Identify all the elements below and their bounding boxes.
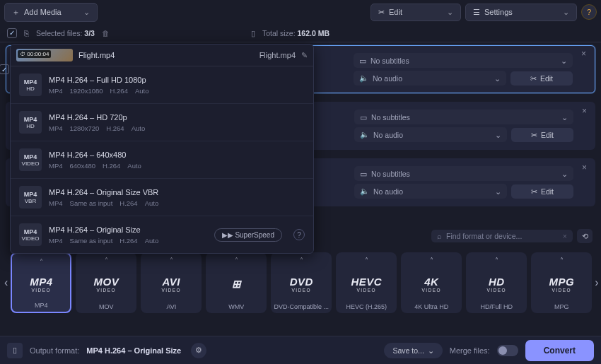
format-card-wmv[interactable]: ˄ ⊞ WMV — [206, 252, 267, 313]
file-name: Flight.mp4 — [78, 51, 115, 59]
duration-badge: ⏱ 00:00:04 — [18, 50, 51, 58]
format-logo: ⊞ — [232, 267, 242, 300]
format-label: HD/Full HD — [481, 303, 513, 313]
subtitles-select[interactable]: ▭ No subtitles ⌄ — [354, 166, 573, 181]
format-card-mp4[interactable]: ˄ MP4 VIDEO MP4 — [11, 252, 71, 313]
convert-button[interactable]: Convert — [525, 340, 594, 361]
preset-item[interactable]: MP4VIDEO MP4 H.264 – Original Size MP4Sa… — [11, 216, 313, 253]
format-logo: DVD VIDEO — [290, 267, 313, 300]
format-label: MPG — [554, 303, 569, 313]
scissors-icon: ✂ — [530, 74, 537, 83]
preset-dropdown: ⏱ 00:00:04 Flight.mp4 Flight.mp4 ✎ MP4HD… — [10, 44, 314, 254]
chevron-up-icon: ˄ — [430, 257, 433, 264]
audio-select[interactable]: 🔈 No audio ⌄ — [354, 71, 506, 86]
add-media-label: Add Media — [24, 8, 62, 16]
format-logo: 4K VIDEO — [421, 267, 441, 300]
scissors-icon: ✂ — [531, 187, 537, 196]
merge-files-toggle[interactable] — [497, 345, 518, 356]
format-label: WMV — [228, 303, 244, 313]
chevron-up-icon: ˄ — [40, 258, 43, 266]
speaker-icon: 🔈 — [359, 74, 368, 83]
format-card-hd-full-hd[interactable]: ˄ HD VIDEO HD/Full HD — [466, 252, 527, 313]
chevron-up-icon: ˄ — [235, 257, 238, 264]
output-format-value: MP4 H.264 – Original Size — [86, 346, 181, 355]
chevron-down-icon: ⌄ — [428, 346, 434, 355]
chevron-down-icon: ⌄ — [561, 57, 567, 65]
settings-menu-label: Settings — [484, 8, 513, 16]
audio-select[interactable]: 🔈 No audio ⌄ — [354, 184, 507, 199]
add-media-button[interactable]: ＋ Add Media ⌄ — [4, 3, 98, 22]
format-label: MP4 — [35, 302, 48, 312]
format-search-input[interactable]: ⌕ Find format or device... × — [431, 230, 573, 242]
trash-icon[interactable]: 🗑 — [102, 29, 110, 37]
superspeed-badge: ▶▶ SuperSpeed — [214, 228, 282, 242]
subtitles-value: No subtitles — [370, 57, 409, 65]
close-icon[interactable]: × — [579, 106, 590, 116]
speaker-icon: 🔈 — [360, 130, 369, 139]
format-logo: MOV VIDEO — [93, 267, 119, 300]
format-icon: MP4VIDEO — [19, 148, 42, 171]
format-card-hevc-h-265-[interactable]: ˄ HEVC VIDEO HEVC (H.265) — [336, 252, 397, 313]
chevron-up-icon: ˄ — [300, 257, 303, 264]
subtitles-select[interactable]: ▭ No subtitles ⌄ — [354, 110, 573, 124]
preset-title: MP4 H.264 – HD 720p — [49, 113, 305, 122]
format-card-dvd-compatible-[interactable]: ˄ DVD VIDEO DVD-Compatible ... — [271, 252, 332, 313]
save-to-button[interactable]: Save to... ⌄ — [384, 343, 442, 358]
preset-title: MP4 H.264 – Full HD 1080p — [49, 76, 305, 84]
help-button[interactable]: ? — [581, 4, 597, 20]
reset-icon: ⟲ — [582, 232, 588, 241]
close-icon[interactable]: × — [578, 49, 589, 59]
info-icon[interactable]: ? — [293, 229, 305, 240]
copy-icon: ⎘ — [24, 29, 29, 37]
output-settings-button[interactable]: ⚙ — [191, 343, 206, 358]
format-card-4k-ultra-hd[interactable]: ˄ 4K VIDEO 4K Ultra HD — [401, 252, 462, 313]
format-label: MOV — [99, 303, 114, 313]
help-icon: ? — [587, 8, 591, 16]
pencil-icon[interactable]: ✎ — [301, 51, 308, 60]
clear-icon[interactable]: × — [563, 232, 567, 240]
reset-filters-button[interactable]: ⟲ — [577, 229, 593, 243]
format-card-mov[interactable]: ˄ MOV VIDEO MOV — [76, 252, 136, 313]
format-logo: AVI VIDEO — [161, 267, 181, 300]
preset-meta: MP41920x1080H.264Auto — [49, 87, 305, 95]
edit-button[interactable]: ✂ Edit — [511, 184, 573, 199]
convert-label: Convert — [544, 346, 576, 356]
save-to-label: Save to... — [392, 346, 424, 355]
scroll-right-button[interactable]: › — [595, 254, 598, 311]
chevron-down-icon: ⌄ — [447, 8, 453, 17]
chevron-up-icon: ˄ — [495, 257, 498, 264]
chevron-up-icon: ˄ — [560, 257, 564, 264]
format-label: AVI — [166, 303, 176, 313]
speaker-icon: 🔈 — [360, 187, 369, 196]
preset-title: MP4 H.264 – 640x480 — [49, 151, 305, 159]
select-all-checkbox[interactable] — [7, 28, 17, 38]
preset-title: MP4 H.264 – Original Size VBR — [49, 188, 305, 196]
subtitles-select[interactable]: ▭ No subtitles ⌄ — [354, 53, 573, 68]
audio-select[interactable]: 🔈 No audio ⌄ — [354, 127, 507, 142]
format-logo: MPG VIDEO — [549, 267, 574, 300]
file-checkbox[interactable] — [0, 64, 9, 74]
preset-meta: MP41280x720H.264Auto — [49, 124, 305, 132]
format-card-avi[interactable]: ˄ AVI VIDEO AVI — [141, 252, 202, 313]
format-logo: HEVC VIDEO — [351, 267, 382, 300]
settings-menu-button[interactable]: ☰ Settings ⌄ — [465, 4, 577, 21]
chevron-up-icon: ˄ — [170, 257, 173, 264]
preset-item[interactable]: MP4VIDEO MP4 H.264 – 640x480 MP4640x480H… — [11, 141, 313, 179]
edit-button[interactable]: ✂ Edit — [511, 128, 573, 142]
format-icon: MP4VIDEO — [19, 223, 42, 246]
chevron-down-icon: ⌄ — [561, 170, 568, 178]
format-logo: MP4 VIDEO — [30, 269, 52, 299]
format-card-mpg[interactable]: ˄ MPG VIDEO MPG — [531, 252, 592, 313]
preset-meta: MP4640x480H.264Auto — [49, 162, 305, 170]
edit-menu-button[interactable]: ✂ Edit ⌄ — [370, 4, 461, 21]
scroll-left-button[interactable]: ‹ — [4, 254, 8, 311]
format-label: HEVC (H.265) — [346, 303, 387, 313]
thumbnail: ⏱ 00:00:04 — [16, 49, 73, 61]
edit-button[interactable]: ✂ Edit — [510, 71, 573, 86]
format-label: DVD-Compatible ... — [274, 303, 329, 313]
scissors-icon: ✂ — [531, 131, 537, 139]
preset-item[interactable]: MP4HD MP4 H.264 – Full HD 1080p MP41920x… — [11, 66, 313, 104]
preset-item[interactable]: MP4VBR MP4 H.264 – Original Size VBR MP4… — [11, 179, 313, 216]
close-icon[interactable]: × — [579, 163, 590, 172]
preset-item[interactable]: MP4HD MP4 H.264 – HD 720p MP41280x720H.2… — [11, 104, 313, 141]
